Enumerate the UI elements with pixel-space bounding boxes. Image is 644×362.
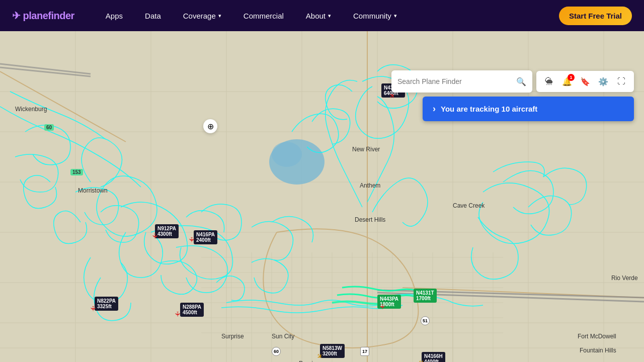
navbar: ✈ planefinder Apps Data Coverage ▾ Comme… [0,0,644,31]
search-input[interactable] [397,77,516,85]
compass[interactable]: ⊕ [203,119,217,133]
map[interactable]: Wickenburg New River Anthem Cave Creek D… [0,31,644,362]
chevron-down-icon: ▾ [328,13,331,19]
nav-community[interactable]: Community ▾ [342,0,408,31]
fullscreen-icon[interactable]: ⛶ [613,73,630,90]
tracking-banner[interactable]: › You are tracking 10 aircraft [423,97,634,121]
toolbar-icons: 🌦 🔔 1 🔖 ⚙️ ⛶ [536,71,634,92]
route-60-badge-2: 60 [272,347,281,356]
start-free-button[interactable]: Start Free Trial [559,7,632,25]
search-input-wrap[interactable]: 🔍 [391,70,532,93]
settings-icon[interactable]: ⚙️ [595,73,612,90]
nav-commercial[interactable]: Commercial [232,0,295,31]
chevron-down-icon: ▾ [218,13,221,19]
logo-text: ✈ planefinder [12,10,74,21]
bookmark-icon[interactable]: 🔖 [577,73,594,90]
chevron-right-icon: › [433,104,436,114]
route-60-badge: 60 [44,124,54,131]
nav-apps[interactable]: Apps [95,0,134,31]
route-51-badge: 51 [421,316,430,325]
alert-icon[interactable]: 🔔 1 [558,73,576,90]
route-17-badge: 17 [360,347,369,356]
search-bar: 🔍 🌦 🔔 1 🔖 ⚙️ ⛶ [391,70,634,93]
chevron-down-icon: ▾ [394,13,397,19]
nav-links: Apps Data Coverage ▾ Commercial About ▾ … [95,0,559,31]
logo[interactable]: ✈ planefinder [12,10,74,22]
nav-data[interactable]: Data [134,0,172,31]
search-icon[interactable]: 🔍 [516,77,526,86]
weather-icon[interactable]: 🌦 [540,73,557,90]
route-153-badge: 153 [70,169,83,175]
svg-point-20 [272,142,302,167]
nav-coverage[interactable]: Coverage ▾ [172,0,232,31]
tracking-label: You are tracking 10 aircraft [441,105,537,113]
nav-about[interactable]: About ▾ [295,0,342,31]
alert-badge: 1 [568,74,575,81]
